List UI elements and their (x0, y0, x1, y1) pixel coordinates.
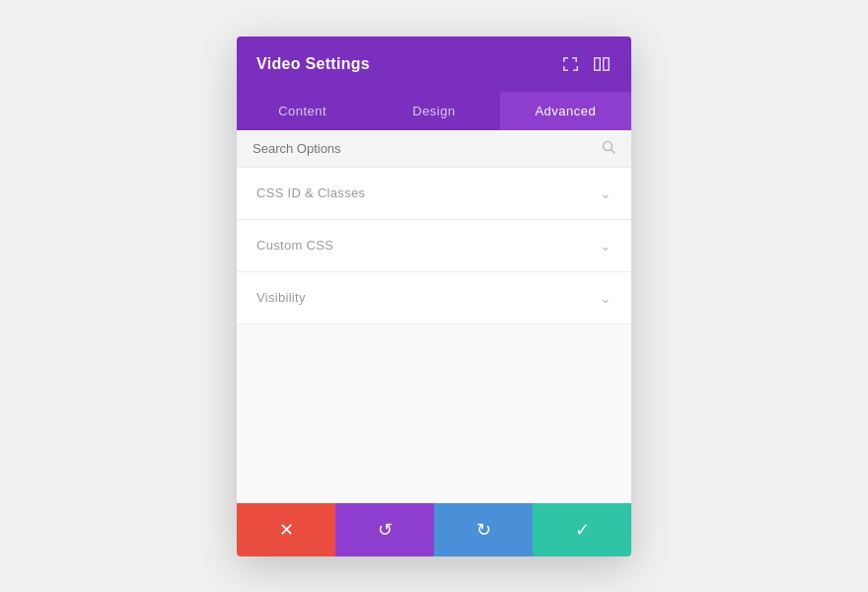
chevron-down-icon: ⌄ (600, 185, 612, 201)
header-icon-group (560, 54, 612, 74)
split-view-icon[interactable] (592, 54, 612, 74)
tab-content[interactable]: Content (237, 92, 368, 130)
redo-button[interactable]: ↻ (434, 503, 533, 556)
accordion-area: CSS ID & Classes ⌄ Custom CSS ⌄ Visibili… (237, 168, 631, 385)
svg-line-1 (612, 149, 615, 153)
modal-body-empty (237, 385, 631, 503)
tab-design[interactable]: Design (368, 92, 499, 130)
accordion-label-css-id-classes: CSS ID & Classes (256, 185, 365, 200)
modal-footer: ✕ ↺ ↻ ✓ (237, 503, 631, 556)
search-input[interactable] (253, 141, 602, 156)
modal-title: Video Settings (256, 55, 370, 73)
confirm-button[interactable]: ✓ (533, 503, 631, 556)
search-icon (602, 140, 615, 157)
accordion-item-custom-css[interactable]: Custom CSS ⌄ (237, 220, 631, 272)
accordion-item-visibility[interactable]: Visibility ⌄ (237, 272, 631, 325)
expand-icon[interactable] (560, 54, 580, 74)
search-bar (237, 130, 631, 168)
accordion-header-visibility: Visibility ⌄ (237, 272, 631, 324)
modal-header: Video Settings (237, 37, 631, 92)
tab-advanced[interactable]: Advanced (500, 92, 631, 130)
accordion-label-custom-css: Custom CSS (256, 238, 333, 253)
accordion-label-visibility: Visibility (256, 290, 306, 305)
undo-button[interactable]: ↺ (335, 503, 434, 556)
tab-bar: Content Design Advanced (237, 92, 631, 130)
chevron-down-icon: ⌄ (600, 238, 612, 254)
accordion-header-custom-css: Custom CSS ⌄ (237, 220, 631, 271)
accordion-header-css-id-classes: CSS ID & Classes ⌄ (237, 168, 631, 219)
video-settings-modal: Video Settings Content Design Advanced (237, 37, 631, 556)
accordion-item-css-id-classes[interactable]: CSS ID & Classes ⌄ (237, 168, 631, 220)
close-button[interactable]: ✕ (237, 503, 335, 556)
chevron-down-icon: ⌄ (600, 290, 612, 306)
